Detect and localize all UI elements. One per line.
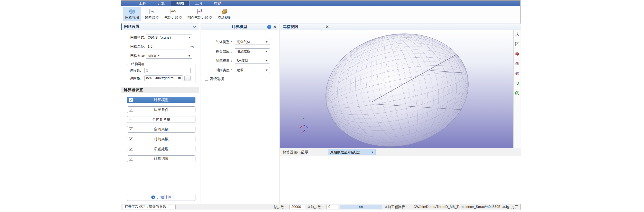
advanced-options-label: 高级选项 bbox=[210, 77, 224, 81]
solver-step-results[interactable]: ✓ 计算结果 bbox=[127, 155, 196, 162]
status-message: 打开工程成功，请设置参数！ bbox=[123, 205, 176, 209]
workspace: 网格设置 网格格式: CGNS（.cgns） ▼ 网格单位: 米 bbox=[121, 23, 520, 204]
computation-model-panel: 计算模型 ? ✕ 气体类型： 完全气体 ▼ 耦合效应： 湍流效应 bbox=[200, 23, 278, 204]
solver-step-postprocessing[interactable]: ✓ 后置处理 bbox=[127, 146, 196, 152]
solver-step-computation-model[interactable]: ✓ 计算模型 bbox=[127, 97, 196, 103]
chevron-down-icon: ▼ bbox=[188, 36, 190, 39]
help-icon[interactable]: ? bbox=[267, 25, 271, 29]
mesh-view-icon bbox=[128, 8, 136, 15]
rotate-view-icon[interactable] bbox=[514, 80, 520, 86]
toolbar-item-component-aero-monitor[interactable]: 部件气动力监控 bbox=[185, 7, 214, 21]
mesh-settings-form: 网格格式: CGNS（.cgns） ▼ 网格单位: 米 网格方向: z轴向上 ▼ bbox=[121, 30, 199, 83]
menu-item-view[interactable]: 视图 bbox=[171, 0, 190, 6]
menu-item-help[interactable]: 帮助 bbox=[208, 0, 227, 6]
solver-output-row: 解算器输出显示 原始数据显示(残差) ▼ bbox=[280, 148, 521, 156]
mesh-format-label: 网格格式: bbox=[130, 35, 146, 40]
output-display-select[interactable]: 原始数据显示(残差) ▼ bbox=[328, 149, 376, 155]
menu-item-tools[interactable]: 工具 bbox=[190, 0, 208, 6]
total-steps-value: 20000 bbox=[290, 205, 305, 209]
close-icon[interactable]: ✕ bbox=[326, 25, 329, 29]
checkbox-checked-icon[interactable]: ✓ bbox=[129, 157, 133, 161]
chevron-down-icon: ▼ bbox=[265, 59, 268, 62]
turbulence-model-label: 湍流模型： bbox=[201, 58, 233, 63]
solver-step-label: 空间离散 bbox=[154, 127, 169, 132]
mesh-view-panel: 网格视图 ✕ bbox=[280, 23, 521, 204]
fit-view-icon[interactable] bbox=[514, 41, 520, 47]
chevron-down-icon: ▼ bbox=[188, 54, 190, 57]
output-display-value: 原始数据显示(残差) bbox=[330, 150, 360, 155]
process-count-input[interactable] bbox=[144, 68, 190, 73]
mesh-settings-panel: 网格设置 网格格式: CGNS（.cgns） ▼ 网格单位: 米 bbox=[121, 23, 199, 204]
time-type-select[interactable]: 定常 ▼ bbox=[235, 67, 270, 73]
chevron-down-icon: ▼ bbox=[265, 40, 268, 43]
coupling-effect-select[interactable]: 湍流效应 ▼ bbox=[235, 48, 270, 54]
checkbox-checked-icon[interactable]: ✓ bbox=[129, 137, 133, 141]
checkbox-checked-icon[interactable]: ✓ bbox=[129, 118, 133, 121]
time-type-label: 时间类型： bbox=[201, 68, 233, 72]
local-status[interactable]: 本地 bbox=[502, 205, 509, 209]
start-computation-button[interactable]: 开始计算 bbox=[127, 194, 196, 201]
solver-step-boundary-conditions[interactable]: ✓ 边界条件 bbox=[127, 106, 196, 113]
progress-bar: 0% bbox=[340, 205, 382, 209]
toolbar-item-residual-monitor[interactable]: 残差监控 bbox=[142, 7, 161, 21]
open-status[interactable]: 打开 bbox=[511, 205, 518, 209]
toolbar-item-label: 部件气动力监控 bbox=[188, 15, 212, 20]
turbulence-model-select[interactable]: SA模型 ▼ bbox=[235, 58, 270, 63]
reset-view-icon[interactable] bbox=[514, 31, 520, 37]
wireframe-display-icon[interactable] bbox=[514, 90, 520, 96]
ribbon-toolbar: 网格视图 残差监控 气动力监控 部件气动力监控 流场视图 bbox=[121, 6, 520, 22]
mesh-direction-label: 网格方向: bbox=[130, 53, 146, 58]
front-view-icon[interactable] bbox=[514, 51, 520, 57]
mesh-direction-value: z轴向上 bbox=[148, 53, 160, 58]
collapse-chevron-icon[interactable] bbox=[193, 26, 196, 28]
checkbox-checked-icon[interactable]: ✓ bbox=[129, 108, 133, 112]
mesh-settings-header: 网格设置 bbox=[121, 23, 199, 30]
solver-step-global-reference[interactable]: ✓ 全局参考量 bbox=[127, 116, 196, 123]
computation-model-form: 气体类型： 完全气体 ▼ 耦合效应： 湍流效应 ▼ 湍流模型： bbox=[201, 30, 278, 81]
solver-step-spatial-discretization[interactable]: ✓ 空间离散 bbox=[127, 126, 196, 133]
turbulence-model-value: SA模型 bbox=[236, 58, 248, 63]
toolbar-item-label: 气动力监控 bbox=[164, 15, 182, 20]
mesh-3d-viewport[interactable] bbox=[280, 30, 514, 148]
advanced-options-checkbox[interactable] bbox=[205, 77, 208, 81]
menu-item-project[interactable]: 工程 bbox=[133, 0, 152, 6]
toolbar-item-label: 残差监控 bbox=[145, 15, 159, 20]
mesh-direction-select[interactable]: z轴向上 ▼ bbox=[146, 53, 192, 59]
mesh-format-select[interactable]: CGNS（.cgns） ▼ bbox=[146, 34, 192, 40]
close-icon[interactable]: ✕ bbox=[273, 25, 276, 29]
solver-step-label: 计算结果 bbox=[154, 156, 169, 161]
chevron-down-icon: ▼ bbox=[265, 69, 268, 72]
top-view-icon[interactable] bbox=[514, 70, 520, 77]
toolbar-item-flowfield-view[interactable]: 流场视图 bbox=[215, 7, 234, 21]
side-view-icon[interactable] bbox=[514, 61, 520, 67]
solver-step-label: 后置处理 bbox=[154, 146, 169, 151]
project-path-value: ...OW/bin/Demo/ThreeD_M6_Turbulence_Stru… bbox=[410, 205, 500, 209]
source-mesh-input[interactable] bbox=[144, 75, 183, 81]
view-toolstrip bbox=[513, 30, 521, 148]
source-mesh-label: 源网格: bbox=[130, 76, 144, 81]
mesh-unit-label: 网格单位: bbox=[130, 44, 146, 49]
gas-type-label: 气体类型： bbox=[201, 40, 233, 44]
gas-type-select[interactable]: 完全气体 ▼ bbox=[235, 39, 270, 45]
project-path-label: 当前工程路径： bbox=[384, 205, 408, 209]
solver-step-label: 全局参考量 bbox=[152, 117, 170, 122]
solver-step-temporal-discretization[interactable]: ✓ 时间离散 bbox=[127, 136, 196, 142]
coupling-effect-label: 耦合效应： bbox=[201, 49, 233, 54]
menu-bar: 工程 计算 视图 工具 帮助 bbox=[121, 0, 520, 6]
toolbar-item-aero-monitor[interactable]: 气动力监控 bbox=[162, 7, 184, 21]
wireframe-mesh bbox=[280, 30, 514, 148]
mesh-settings-title: 网格设置 bbox=[124, 24, 140, 29]
checkbox-checked-icon[interactable]: ✓ bbox=[129, 127, 133, 131]
checkbox-checked-icon[interactable]: ✓ bbox=[129, 147, 133, 151]
checkbox-checked-icon[interactable]: ✓ bbox=[129, 98, 133, 102]
coupling-effect-value: 湍流效应 bbox=[236, 49, 250, 54]
browse-button[interactable]: ... bbox=[184, 76, 190, 81]
start-computation-label: 开始计算 bbox=[157, 195, 172, 200]
current-steps-label: 当前步数： bbox=[307, 205, 324, 209]
menu-item-compute[interactable]: 计算 bbox=[152, 0, 171, 6]
residual-plot-area bbox=[280, 157, 521, 204]
flowfield-view-icon bbox=[221, 8, 228, 15]
axis-triad-icon bbox=[298, 117, 311, 134]
mesh-unit-input[interactable] bbox=[146, 44, 185, 49]
toolbar-item-mesh-view[interactable]: 网格视图 bbox=[123, 7, 141, 21]
